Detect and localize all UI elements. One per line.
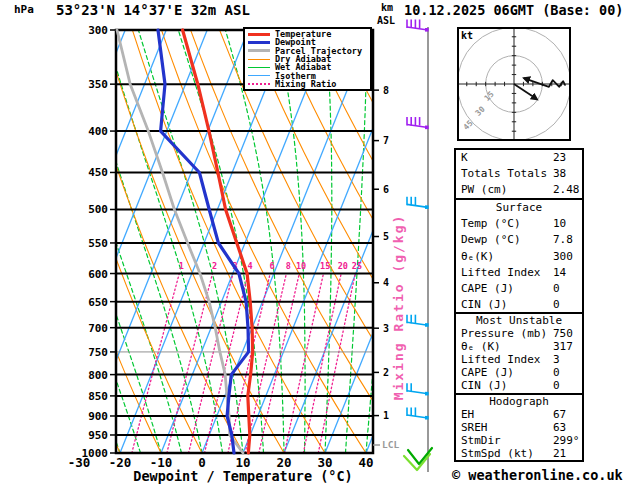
table-row-label: EH bbox=[461, 408, 553, 421]
wind-barb-dot bbox=[425, 126, 429, 130]
wet-adiabat-line bbox=[12, 30, 140, 453]
temp-tick-label: -20 bbox=[109, 455, 132, 470]
table-row: Temp (°C)10 bbox=[461, 216, 582, 232]
pressure-label: 700 bbox=[88, 322, 108, 335]
table-row-value: 10 bbox=[553, 216, 566, 232]
wind-barb-dot bbox=[425, 392, 429, 396]
sounding-page: 3003504004505005506006507007508008509009… bbox=[0, 0, 629, 486]
table-row-value: 38 bbox=[553, 166, 566, 182]
pressure-label: 450 bbox=[88, 166, 108, 179]
pressure-label: 950 bbox=[88, 429, 108, 442]
temp-tick-label: -30 bbox=[68, 455, 91, 470]
table-row: K23 bbox=[461, 150, 582, 166]
table-row-value: 67 bbox=[553, 408, 566, 421]
table-row-value: 14 bbox=[553, 265, 566, 281]
table-row: CAPE (J)0 bbox=[461, 366, 582, 379]
table-row: Lifted Index3 bbox=[461, 353, 582, 366]
table-row: θₑ(K)300 bbox=[461, 249, 582, 265]
km-tick-label: 5 bbox=[383, 231, 389, 242]
km-tick-label: 3 bbox=[383, 323, 389, 334]
table-section-header: Surface bbox=[461, 200, 582, 216]
table-row: EH67 bbox=[461, 408, 582, 421]
table-row-label: SREH bbox=[461, 421, 553, 434]
wind-barb-shaft bbox=[407, 415, 428, 418]
mixing-ratio-value-label: 20 bbox=[338, 261, 348, 271]
table-row-value: 3 bbox=[553, 353, 560, 366]
wind-barb-dot bbox=[425, 323, 429, 327]
table-row: CAPE (J)0 bbox=[461, 281, 582, 297]
km-tick-label: 8 bbox=[383, 85, 389, 96]
legend-line-sample bbox=[248, 75, 270, 76]
table-row-value: 2.48 bbox=[553, 182, 580, 198]
wet-adiabat-line bbox=[0, 30, 79, 453]
hodograph: 153045 bbox=[429, 0, 599, 169]
table-row-label: CIN (J) bbox=[461, 379, 553, 392]
legend-line-sample bbox=[248, 49, 270, 52]
table-row: Dewp (°C)7.8 bbox=[461, 232, 582, 248]
table-section-header: Most Unstable bbox=[461, 314, 582, 327]
wind-barb-shaft bbox=[407, 204, 428, 207]
wind-barb-shaft bbox=[407, 125, 428, 128]
pressure-label: 600 bbox=[88, 268, 108, 281]
table-row-label: Totals Totals bbox=[461, 166, 553, 182]
mixing-ratio-value-label: 15 bbox=[320, 261, 330, 271]
km-tick-label: 7 bbox=[383, 135, 389, 146]
mixing-ratio-line bbox=[189, 274, 234, 454]
indices-panel-bottom: Most UnstablePressure (mb)750θₑ (K)317Li… bbox=[454, 312, 584, 462]
pressure-label: 750 bbox=[88, 346, 108, 359]
wind-barb bbox=[407, 315, 429, 327]
wind-barb-dot bbox=[425, 205, 429, 209]
dry-adiabat-line bbox=[220, 30, 448, 453]
mixing-ratio-value-label: 10 bbox=[296, 261, 306, 271]
table-row-label: CAPE (J) bbox=[461, 281, 553, 297]
run-datetime-title: 10.12.2025 06GMT (Base: 00) bbox=[404, 2, 623, 18]
wind-barb-shaft bbox=[407, 27, 428, 30]
table-row-value: 317 bbox=[553, 340, 573, 353]
pressure-unit-label: hPa bbox=[14, 3, 34, 16]
km-tick-label: 4 bbox=[383, 277, 389, 288]
table-row: StmSpd (kt)21 bbox=[461, 447, 582, 460]
indices-panel-top: K23Totals Totals38PW (cm)2.48SurfaceTemp… bbox=[454, 148, 584, 315]
table-row-label: CIN (J) bbox=[461, 297, 553, 313]
x-axis-title: Dewpoint / Temperature (°C) bbox=[133, 468, 352, 484]
altitude-unit-km-label: km bbox=[381, 2, 393, 13]
dry-adiabat-line bbox=[103, 30, 284, 453]
table-row: θₑ (K)317 bbox=[461, 340, 582, 353]
table-row-label: StmDir bbox=[461, 434, 553, 447]
table-row-value: 7.8 bbox=[553, 232, 573, 248]
legend-line-sample bbox=[248, 41, 270, 44]
wind-barb-shaft bbox=[407, 322, 428, 325]
wind-barb bbox=[407, 20, 429, 32]
mixing-ratio-axis-title: Mixing Ratio (g/kg) bbox=[391, 214, 406, 401]
km-tick-label: 2 bbox=[383, 367, 389, 378]
table-row-value: 0 bbox=[553, 366, 560, 379]
mixing-ratio-value-label: 6 bbox=[269, 261, 274, 271]
table-row: StmDir299° bbox=[461, 434, 582, 447]
table-row-value: 63 bbox=[553, 421, 566, 434]
table-row: Pressure (mb)750 bbox=[461, 327, 582, 340]
pressure-label: 800 bbox=[88, 369, 108, 382]
km-tick-label: 1 bbox=[383, 410, 389, 421]
wind-barb bbox=[407, 197, 429, 209]
table-row-label: Pressure (mb) bbox=[461, 327, 553, 340]
legend-line-sample bbox=[248, 67, 270, 68]
pressure-label: 550 bbox=[88, 237, 108, 250]
table-row-value: 21 bbox=[553, 447, 566, 460]
table-row-value: 0 bbox=[553, 297, 560, 313]
pressure-label: 850 bbox=[88, 390, 108, 403]
table-section: K23Totals Totals38PW (cm)2.48 bbox=[456, 150, 582, 198]
wind-barb-shaft bbox=[407, 391, 428, 394]
table-row-label: CAPE (J) bbox=[461, 366, 553, 379]
table-section: Most UnstablePressure (mb)750θₑ (K)317Li… bbox=[456, 314, 582, 393]
wet-adiabat-line bbox=[0, 30, 18, 453]
wet-adiabat-line bbox=[0, 30, 59, 453]
parcel-trajectory-curve bbox=[117, 30, 243, 453]
pressure-label: 500 bbox=[88, 203, 108, 216]
table-row-label: Lifted Index bbox=[461, 265, 553, 281]
wind-barb-dot bbox=[425, 416, 429, 420]
table-section-header: Hodograph bbox=[461, 395, 582, 408]
wet-adiabat-line bbox=[325, 30, 332, 453]
mixing-ratio-value-label: 1 bbox=[179, 261, 184, 271]
mixing-ratio-value-label: 2 bbox=[212, 261, 217, 271]
wind-barb bbox=[407, 407, 429, 419]
